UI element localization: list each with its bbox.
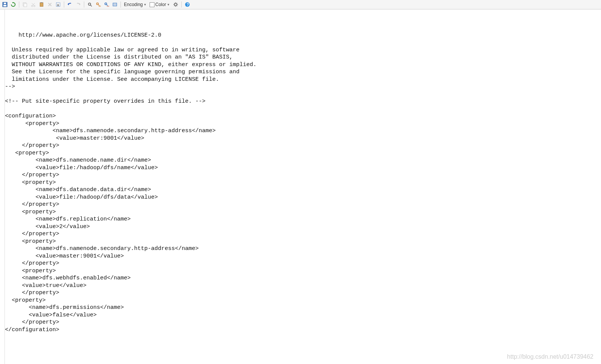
gutter <box>0 9 5 364</box>
paste-icon[interactable] <box>38 1 45 8</box>
chevron-down-icon: ▼ <box>167 3 170 6</box>
code-line[interactable]: limitations under the License. See accom… <box>5 76 601 83</box>
code-line[interactable]: http://www.apache.org/licenses/LICENSE-2… <box>5 32 601 39</box>
code-line[interactable]: <property> <box>5 297 601 304</box>
code-line[interactable]: <!-- Put site-specific property override… <box>5 98 601 105</box>
code-line[interactable]: --> <box>5 83 601 91</box>
editor-area: http://www.apache.org/licenses/LICENSE-2… <box>0 9 601 364</box>
code-line[interactable]: <property> <box>5 267 601 275</box>
watermark: http://blog.csdn.net/u014739462 <box>507 353 593 361</box>
code-line[interactable]: distributed under the License is distrib… <box>5 54 601 61</box>
code-line[interactable]: <name>dfs.namenode.secondary.http-addres… <box>5 127 601 135</box>
color-label: Color <box>155 2 166 7</box>
svg-text:uc: uc <box>107 5 109 7</box>
color-checkbox[interactable] <box>150 2 154 7</box>
delete-icon[interactable] <box>46 1 53 8</box>
code-line[interactable]: <name>dfs.namenode.name.dir</name> <box>5 157 601 164</box>
undo-icon[interactable] <box>66 1 73 8</box>
help-icon[interactable]: ? <box>184 1 191 8</box>
svg-text:ab: ab <box>99 5 101 7</box>
code-line[interactable]: <name>dfs.webhdfs.enabled</name> <box>5 275 601 282</box>
code-editor[interactable]: http://www.apache.org/licenses/LICENSE-2… <box>5 9 601 364</box>
encoding-label: Encoding <box>124 2 143 7</box>
code-line[interactable]: <property> <box>5 238 601 245</box>
gear-icon[interactable] <box>172 1 179 8</box>
svg-rect-1 <box>3 5 6 6</box>
cut-icon[interactable] <box>30 1 37 8</box>
code-line[interactable]: <value>master:9001</value> <box>5 253 601 260</box>
svg-text:a: a <box>57 3 59 7</box>
code-line[interactable]: <name>dfs.replication</name> <box>5 216 601 223</box>
toolbar-separator <box>84 2 84 8</box>
svg-rect-4 <box>24 3 27 7</box>
redo-icon[interactable] <box>75 1 82 8</box>
refresh-icon[interactable] <box>10 1 17 8</box>
chevron-down-icon: ▼ <box>144 3 147 6</box>
code-line[interactable] <box>5 91 601 98</box>
code-line[interactable]: </property> <box>5 260 601 267</box>
encoding-dropdown[interactable]: Encoding ▼ <box>123 2 147 7</box>
code-line[interactable]: </property> <box>5 319 601 326</box>
svg-rect-7 <box>40 3 43 6</box>
svg-point-12 <box>97 3 99 5</box>
toolbar-separator <box>19 2 19 8</box>
code-line[interactable]: WITHOUT WARRANTIES OR CONDITIONS OF ANY … <box>5 61 601 69</box>
code-line[interactable]: <value>file:/hadoop/dfs/name</value> <box>5 164 601 172</box>
toolbar-separator <box>181 2 182 8</box>
code-line[interactable]: </configuration> <box>5 326 601 334</box>
toolbar-separator <box>121 2 121 8</box>
code-line[interactable]: <name>dfs.namenode.secondary.http-addres… <box>5 245 601 253</box>
code-line[interactable]: <property> <box>5 150 601 157</box>
code-line[interactable] <box>5 39 601 46</box>
code-line[interactable]: See the License for the specific languag… <box>5 68 601 76</box>
find-icon[interactable] <box>87 1 93 8</box>
code-line[interactable]: <name>dfs.datanode.data.dir</name> <box>5 186 601 194</box>
code-line[interactable]: </property> <box>5 142 601 150</box>
code-line[interactable]: <property> <box>5 208 601 216</box>
find-replace-icon[interactable]: ab <box>95 1 102 8</box>
code-line[interactable]: Unless required by applicable law or agr… <box>5 46 601 54</box>
code-line[interactable]: <value>2</value> <box>5 223 601 231</box>
code-line[interactable]: <value>master:9001</value> <box>5 135 601 142</box>
color-dropdown[interactable]: Color ▼ <box>149 2 171 7</box>
toolbar-separator <box>64 2 64 8</box>
svg-rect-2 <box>4 3 6 4</box>
code-line[interactable]: </property> <box>5 230 601 238</box>
code-line[interactable]: <value>file:/hadoop/dfs/data</value> <box>5 194 601 201</box>
code-line[interactable] <box>5 105 601 113</box>
code-line[interactable]: <value>true</value> <box>5 282 601 290</box>
code-line[interactable]: <property> <box>5 179 601 187</box>
toolbar: a ab uc Encoding ▼ Color ▼ ? <box>0 0 601 9</box>
code-line[interactable]: <property> <box>5 120 601 128</box>
code-line[interactable] <box>5 24 601 32</box>
code-line[interactable]: </property> <box>5 289 601 297</box>
find-next-icon[interactable]: uc <box>103 1 110 8</box>
svg-rect-8 <box>41 2 42 3</box>
select-all-icon[interactable]: a <box>55 1 62 8</box>
save-icon[interactable] <box>2 1 8 8</box>
code-line[interactable]: <value>false</value> <box>5 312 601 319</box>
svg-point-14 <box>105 3 107 5</box>
svg-point-17 <box>175 3 177 6</box>
code-line[interactable]: </property> <box>5 201 601 208</box>
svg-text:?: ? <box>187 3 189 7</box>
code-line[interactable]: </property> <box>5 171 601 179</box>
goto-icon[interactable] <box>111 1 118 8</box>
code-line[interactable]: <name>dfs.permissions</name> <box>5 304 601 312</box>
copy-icon[interactable] <box>22 1 28 8</box>
code-line[interactable]: <configuration> <box>5 113 601 120</box>
